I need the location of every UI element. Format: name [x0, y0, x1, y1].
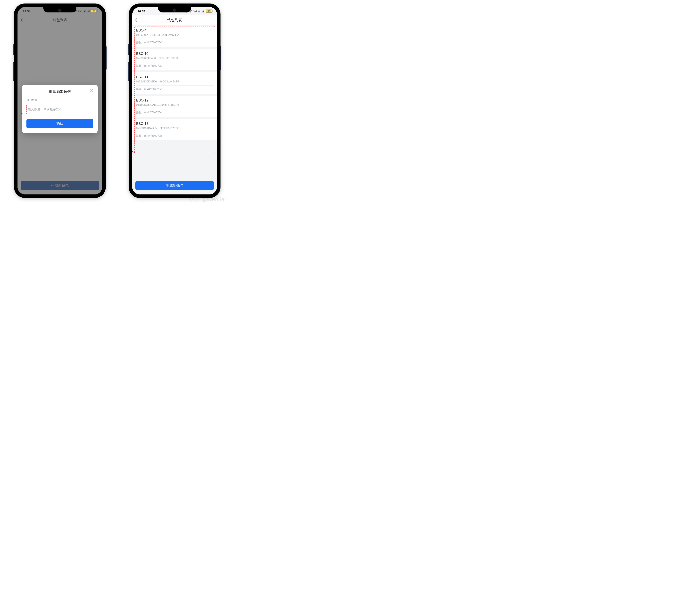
hd-icon: HD	[78, 10, 82, 12]
signal-icon-1	[198, 9, 201, 13]
app-header: 钱包列表	[132, 15, 217, 25]
close-icon	[90, 89, 93, 92]
wallet-path: 路径：m/44'/60'/0'/0/2	[136, 64, 213, 68]
batch-add-wallet-modal: 批量添加钱包 钱包数量 确认	[22, 85, 98, 133]
back-button[interactable]	[135, 18, 138, 22]
phone-right: 20:37 HD 78 钱包列表	[129, 3, 220, 198]
svg-rect-12	[198, 12, 198, 13]
wallet-address: 0x498f6fdF3a36…6b8eB69136a1f	[136, 57, 213, 60]
svg-rect-7	[88, 11, 88, 13]
battery-icon: 78	[206, 9, 212, 13]
battery-icon: 71	[91, 9, 98, 13]
wallet-name: BSC-11	[136, 75, 213, 79]
screen-left: 21:54 HD 71 钱包列表	[18, 7, 102, 195]
status-time: 21:54	[23, 9, 30, 13]
svg-point-11	[190, 12, 191, 12]
wallet-path: 路径：m/44'/60'/0'/0/3	[136, 87, 213, 91]
svg-rect-15	[200, 10, 200, 13]
phone-notch	[43, 7, 76, 13]
stage: 21:54 HD 71 钱包列表	[0, 0, 231, 205]
wallet-path: 路径：m/44'/60'/0'/0/4	[136, 111, 213, 114]
signal-icon-1	[83, 9, 86, 13]
wallet-address: 0x1975E4181D3…F028d02407c8A	[136, 33, 213, 36]
generate-wallet-button[interactable]: 生成新钱包	[135, 181, 214, 190]
modal-close-button[interactable]	[90, 89, 93, 92]
svg-rect-16	[202, 12, 202, 13]
header-title: 钱包列表	[135, 18, 214, 23]
wallet-item[interactable]: BSC-130xcCfD01DAD85…eEcfcF3c923BC路径：m/44…	[132, 119, 217, 140]
wallet-address: 0xB1C57e3CAd0…054eFd718CD1	[136, 103, 213, 106]
svg-rect-2	[83, 12, 83, 13]
modal-title: 批量添加钱包	[26, 89, 93, 94]
svg-rect-19	[204, 10, 204, 13]
wallet-name: BSC-13	[136, 122, 213, 126]
screen-right: 20:37 HD 78 钱包列表	[132, 7, 217, 195]
status-time: 20:37	[138, 9, 145, 13]
svg-point-1	[76, 12, 76, 12]
watermark: 知乎 @Web3er	[189, 196, 226, 203]
svg-rect-6	[87, 12, 87, 13]
svg-rect-17	[203, 11, 203, 13]
wallet-list[interactable]: BSC-40x1975E4181D3…F028d02407c8A路径：m/44'…	[132, 25, 217, 140]
wallet-item[interactable]: BSC-40x1975E4181D3…F028d02407c8A路径：m/44'…	[132, 26, 217, 47]
svg-rect-8	[88, 11, 89, 12]
annotation-arrow-icon: ➸	[132, 150, 136, 154]
wallet-name: BSC-10	[136, 52, 213, 56]
wallet-item[interactable]: BSC-100x498f6fdF3a36…6b8eB69136a1f路径：m/4…	[132, 49, 217, 71]
wallet-path: 路径：m/44'/60'/0'/0/1	[136, 41, 213, 44]
svg-rect-18	[203, 11, 203, 12]
signal-icon-2	[87, 9, 90, 13]
phone-left: 21:54 HD 71 钱包列表	[14, 3, 106, 198]
signal-icon-2	[202, 9, 205, 13]
modal-field-label: 钱包数量	[26, 98, 93, 102]
wallet-count-input[interactable]	[27, 105, 93, 114]
svg-rect-5	[85, 10, 85, 13]
wallet-address: 0x56cB30D32De…9eDC2cA4Bc95	[136, 80, 213, 83]
svg-rect-3	[84, 11, 84, 13]
wallet-item[interactable]: BSC-110x56cB30D32De…9eDC2cA4Bc95路径：m/44'…	[132, 72, 217, 94]
svg-rect-9	[89, 10, 90, 13]
chevron-left-icon	[135, 18, 138, 22]
wallet-path: 路径：m/44'/60'/0'/0/5	[136, 134, 213, 138]
phone-notch	[158, 7, 191, 13]
svg-rect-13	[199, 11, 199, 13]
highlight-box-input	[26, 105, 93, 114]
wallet-name: BSC-12	[136, 98, 213, 102]
svg-rect-14	[199, 11, 199, 12]
wallet-item[interactable]: BSC-120xB1C57e3CAd0…054eFd718CD1路径：m/44'…	[132, 96, 217, 117]
hd-icon: HD	[193, 10, 197, 12]
wallet-address: 0xcCfD01DAD85…eEcfcF3c923BC	[136, 126, 213, 130]
confirm-button[interactable]: 确认	[26, 119, 93, 128]
wallet-name: BSC-4	[136, 28, 213, 33]
svg-rect-4	[84, 11, 85, 12]
main-body-right: BSC-40x1975E4181D3…F028d02407c8A路径：m/44'…	[132, 25, 217, 195]
modal-title-text: 批量添加钱包	[49, 90, 71, 94]
